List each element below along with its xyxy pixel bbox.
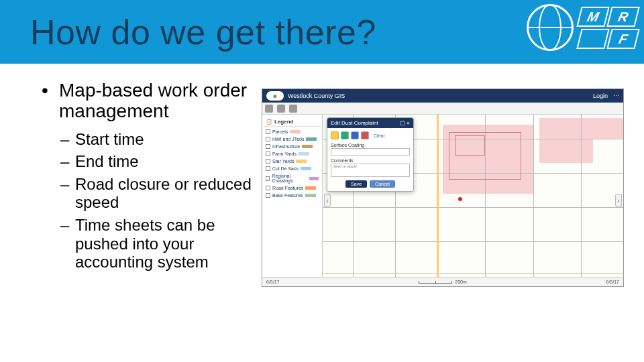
bullet-level2-3: Road closure or reduced speed [60,175,255,212]
map-marker-icon[interactable] [458,197,462,201]
draw-tool-2[interactable] [341,131,349,139]
parcel-overlay [593,118,623,139]
text-column: Map-based work order management Start ti… [40,80,255,287]
scale-bar-icon [419,281,452,284]
swatch-icon [309,177,319,180]
field-surface-coating: Surface Coating [331,143,410,156]
save-button[interactable]: Save [345,180,367,188]
surface-coating-input[interactable] [331,148,410,156]
tool-icon-3[interactable] [289,105,297,113]
field-label: Comments [331,158,410,163]
checkbox-icon[interactable] [266,186,270,190]
layer-item-3[interactable]: Farm Yards [264,150,321,158]
app-body: 📋 Legend Parcels HWI and JTeds Infrastru… [262,115,623,286]
dialog-tool-row: Clear [331,131,410,139]
dialog-title-bar: Edit Dust Complaint ▢ × [327,118,413,128]
layer-item-8[interactable]: Base Features [264,192,321,199]
logo-area: M R F [527,4,637,51]
map-nav-right[interactable]: › [615,194,622,207]
comments-input[interactable]: need to apply [331,164,410,177]
swatch-icon [299,152,309,156]
main-road [437,115,439,286]
layer-item-4[interactable]: Star Yards [264,158,321,165]
bullet-level2-4: Time sheets can be pushed into your acco… [60,216,255,272]
bullet-level2-2: End time [60,152,255,171]
app-header: ⬤ Westlock County GIS Login ⋯ [262,89,623,103]
login-link[interactable]: Login [593,93,608,99]
mrf-cell-f: F [606,29,639,49]
checkbox-icon[interactable] [266,152,270,156]
swatch-icon [296,160,307,163]
mrf-cell-r: R [606,7,639,27]
checkbox-icon[interactable] [266,159,270,164]
checkbox-icon[interactable] [266,129,270,134]
slide-title: How do we get there? [0,12,376,52]
app-footer: 6/5/17 200m 6/5/17 [262,277,623,286]
content-area: Map-based work order management Start ti… [0,64,644,287]
draw-tool-1[interactable] [331,131,339,139]
dialog-collapse-icon[interactable]: ▢ × [400,120,410,126]
dialog-body: Clear Surface Coating Comments need to a… [327,128,413,191]
layer-item-5[interactable]: Cul De Sacs [264,165,321,172]
app-title: Westlock County GIS [288,93,345,99]
sidebar-title: 📋 Legend [264,117,321,127]
edit-dialog: Edit Dust Complaint ▢ × Clear Surface Co… [327,117,414,192]
swatch-icon [290,130,301,133]
app-logo-icon: ⬤ [266,91,284,101]
bullet-level2-1: Start time [60,130,255,149]
mrf-cell-m: M [576,7,609,27]
tool-icon-1[interactable] [265,105,273,113]
legend-icon: 📋 [266,119,272,125]
dialog-title: Edit Dust Complaint [331,120,378,126]
layer-item-6[interactable]: Regional Crossings [264,172,321,184]
footer-left-date: 6/5/17 [266,280,279,284]
clear-link[interactable]: Clear [374,133,385,138]
checkbox-icon[interactable] [266,144,270,149]
cancel-button[interactable]: Cancel [370,180,395,188]
map-nav-left[interactable]: ‹ [324,194,331,207]
layer-item-2[interactable]: Infrastructure [264,143,321,150]
checkbox-icon[interactable] [266,193,270,198]
swatch-icon [301,167,311,170]
header-menu-icon[interactable]: ⋯ [613,93,619,99]
parcel-overlay [539,118,594,163]
layers-sidebar: 📋 Legend Parcels HWI and JTeds Infrastru… [262,115,323,286]
app-toolbar [262,103,623,115]
swatch-icon [305,194,316,197]
globe-icon [527,4,574,51]
slide: How do we get there? M R F Map-based wor… [0,0,644,362]
checkbox-icon[interactable] [266,166,270,171]
footer-right-date: 6/5/17 [606,280,619,284]
tool-icon-2[interactable] [277,105,285,113]
mrf-logo: M R F [579,7,637,49]
draw-tool-3[interactable] [351,131,359,139]
layer-item-0[interactable]: Parcels [264,128,321,135]
mrf-cell-blank [576,29,609,49]
checkbox-icon[interactable] [266,137,270,141]
swatch-icon [302,145,313,148]
checkbox-icon[interactable] [266,176,270,181]
map-app-screenshot: ⬤ Westlock County GIS Login ⋯ 📋 Legend P… [262,88,624,287]
layer-item-1[interactable]: HWI and JTeds [264,135,321,143]
subdivision-roads [455,135,485,156]
dialog-buttons: Save Cancel [331,180,410,188]
scale-label: 200m [455,280,467,284]
swatch-icon [305,186,316,190]
draw-tool-4[interactable] [361,131,369,139]
layer-item-7[interactable]: Road Features [264,184,321,192]
field-comments: Comments need to apply [331,158,410,177]
bullet-level1: Map-based work order management [40,80,255,122]
title-bar: How do we get there? M R F [0,0,644,64]
field-label: Surface Coating [331,143,410,147]
swatch-icon [306,137,317,141]
